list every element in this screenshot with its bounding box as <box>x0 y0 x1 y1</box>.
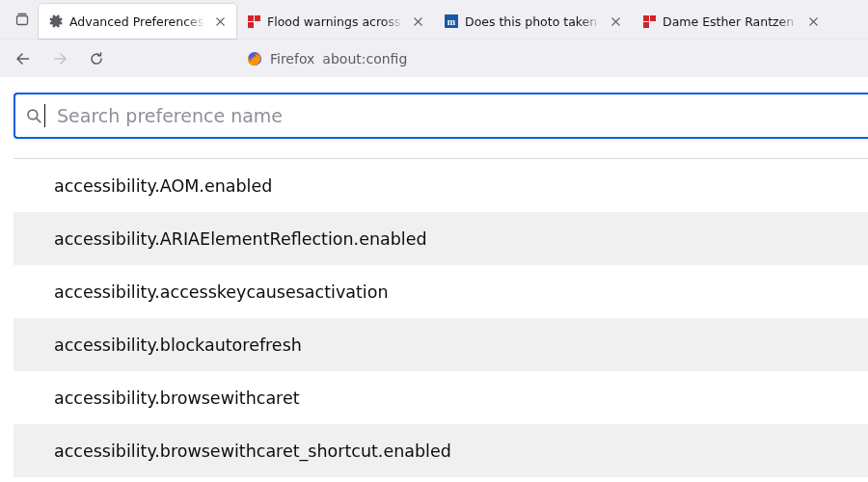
bbc-favicon-icon <box>641 13 657 29</box>
pref-row[interactable]: accessibility.accesskeycausesactivation <box>14 265 868 318</box>
pref-row[interactable]: accessibility.AOM.enabled <box>14 159 868 212</box>
reload-icon <box>89 51 104 67</box>
close-icon <box>413 16 423 27</box>
tab-close-button[interactable] <box>409 13 426 30</box>
pref-search-input[interactable] <box>57 105 853 126</box>
tab-label: Advanced Preferences <box>69 14 205 29</box>
pref-name: accessibility.browsewithcaret <box>54 388 300 408</box>
url-bar[interactable]: Firefox about:config <box>243 43 860 74</box>
all-tabs-icon <box>14 12 30 27</box>
pref-search-container <box>14 93 868 139</box>
svg-rect-0 <box>17 16 28 25</box>
close-icon <box>808 16 819 27</box>
prefs-table: accessibility.AOM.enabled accessibility.… <box>14 158 868 477</box>
tab-label: Does this photo taken in Chicago <box>465 14 601 29</box>
forward-arrow-icon <box>52 51 68 67</box>
back-arrow-icon <box>15 51 31 67</box>
tab-chicago-photo[interactable]: m Does this photo taken in Chicago <box>434 4 632 39</box>
tab-close-button[interactable] <box>607 13 624 30</box>
tab-close-button[interactable] <box>804 13 822 30</box>
tab-dame-esther[interactable]: Dame Esther Rantzen pays tribute <box>632 4 829 39</box>
m-favicon-icon: m <box>444 13 459 29</box>
pref-name: accessibility.browsewithcaret_shortcut.e… <box>54 442 451 461</box>
tab-strip: Advanced Preferences Flood warnings acro… <box>0 0 868 39</box>
pref-name: accessibility.blockautorefresh <box>54 335 302 355</box>
pref-row[interactable]: accessibility.ARIAElementReflection.enab… <box>14 212 868 265</box>
tab-close-button[interactable] <box>211 13 229 30</box>
tab-advanced-preferences[interactable]: Advanced Preferences <box>39 4 236 39</box>
gear-icon <box>48 13 64 29</box>
url-text: about:config <box>322 51 407 67</box>
search-icon <box>25 107 42 124</box>
about-config-content: accessibility.AOM.enabled accessibility.… <box>0 77 868 482</box>
forward-button[interactable] <box>44 43 75 74</box>
pref-row[interactable]: accessibility.blockautorefresh <box>14 318 868 371</box>
close-icon <box>215 16 226 27</box>
pref-row[interactable]: accessibility.browsewithcaret <box>14 371 868 424</box>
close-icon <box>610 16 621 27</box>
pref-name: accessibility.ARIAElementReflection.enab… <box>54 229 427 249</box>
bbc-favicon-icon <box>246 13 261 29</box>
reload-button[interactable] <box>81 43 112 74</box>
firefox-icon <box>247 51 262 67</box>
tab-flood-warnings[interactable]: Flood warnings across England <box>236 4 434 39</box>
nav-toolbar: Firefox about:config <box>0 39 868 77</box>
pref-name: accessibility.AOM.enabled <box>54 176 272 196</box>
back-button[interactable] <box>8 43 39 74</box>
pref-row[interactable]: accessibility.browsewithcaret_shortcut.e… <box>14 424 868 477</box>
pref-name: accessibility.accesskeycausesactivation <box>54 282 389 302</box>
text-caret <box>44 104 45 127</box>
tab-label: Flood warnings across England <box>267 14 403 29</box>
all-tabs-button[interactable] <box>6 0 39 39</box>
identity-label: Firefox <box>270 51 314 67</box>
tab-label: Dame Esther Rantzen pays tribute <box>663 14 799 29</box>
